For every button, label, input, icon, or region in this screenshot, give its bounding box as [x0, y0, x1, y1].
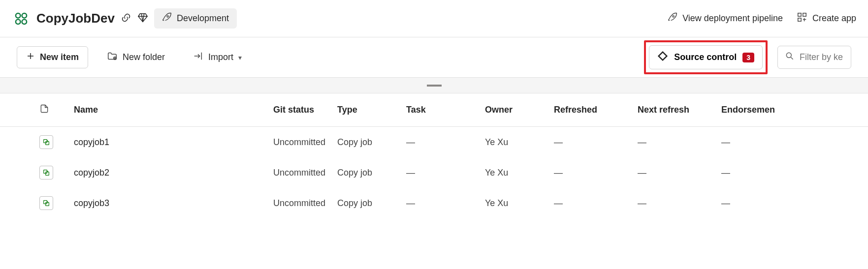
col-endorsement-header[interactable]: Endorsemen	[721, 105, 790, 115]
create-app-label: Create app	[812, 13, 856, 24]
source-control-badge: 3	[742, 53, 754, 62]
svg-rect-17	[46, 142, 49, 145]
app-grid-icon	[797, 12, 807, 25]
svg-rect-19	[46, 172, 49, 176]
copyjob-item-icon	[39, 166, 53, 179]
import-arrow-icon	[193, 51, 203, 64]
col-name-header[interactable]: Name	[74, 105, 273, 115]
item-type: Copy job	[337, 137, 406, 148]
workspace-header: CopyJobDev Development View deployment p…	[0, 0, 868, 37]
svg-rect-21	[46, 203, 49, 206]
grip-icon	[427, 85, 442, 87]
item-type: Copy job	[337, 198, 406, 209]
workspace-icon	[12, 9, 31, 28]
item-endorse: —	[721, 198, 790, 209]
svg-rect-14	[663, 56, 665, 56]
item-next: —	[638, 137, 721, 148]
source-control-label: Source control	[674, 52, 737, 62]
search-icon	[785, 51, 795, 63]
item-task: —	[406, 137, 485, 148]
item-name: copyjob1	[74, 137, 273, 148]
svg-point-2	[16, 19, 20, 24]
new-folder-label: New folder	[123, 52, 165, 62]
svg-point-4	[167, 16, 168, 17]
item-endorse: —	[721, 168, 790, 178]
svg-point-1	[22, 13, 27, 17]
col-git-header[interactable]: Git status	[273, 105, 337, 115]
svg-point-15	[786, 53, 791, 58]
col-type-header[interactable]: Type	[337, 105, 406, 115]
item-owner: Ye Xu	[485, 198, 554, 209]
stage-pill[interactable]: Development	[154, 8, 237, 29]
filter-input-wrap[interactable]	[777, 46, 851, 69]
svg-rect-20	[44, 201, 47, 204]
item-name: copyjob3	[74, 198, 273, 209]
import-label: Import	[208, 52, 233, 62]
git-icon	[657, 51, 668, 64]
new-item-button[interactable]: New item	[17, 46, 88, 68]
item-refreshed: —	[554, 198, 638, 209]
workspace-title: CopyJobDev	[36, 11, 115, 26]
svg-rect-6	[798, 13, 801, 16]
item-owner: Ye Xu	[485, 168, 554, 178]
rocket-icon	[668, 12, 677, 25]
item-name: copyjob2	[74, 168, 273, 178]
new-item-label: New item	[40, 52, 79, 62]
svg-point-5	[673, 16, 674, 17]
source-control-highlight: Source control 3	[644, 40, 768, 74]
svg-point-0	[16, 13, 20, 17]
svg-rect-7	[803, 13, 806, 16]
item-git: Uncommitted	[273, 168, 337, 178]
new-folder-button[interactable]: New folder	[98, 46, 174, 69]
col-refreshed-header[interactable]: Refreshed	[554, 105, 638, 115]
svg-rect-16	[44, 140, 47, 143]
col-owner-header[interactable]: Owner	[485, 105, 554, 115]
view-pipeline-label: View deployment pipeline	[682, 13, 783, 24]
filter-input[interactable]	[800, 52, 844, 62]
plus-icon	[26, 52, 35, 63]
toolbar: New item New folder Import ▾ Source cont…	[0, 37, 868, 78]
view-deployment-pipeline-button[interactable]: View deployment pipeline	[668, 12, 783, 25]
copyjob-item-icon	[39, 196, 53, 210]
rocket-icon	[162, 12, 172, 25]
create-app-button[interactable]: Create app	[797, 12, 856, 25]
item-git: Uncommitted	[273, 198, 337, 209]
table-row[interactable]: copyjob1 Uncommitted Copy job — Ye Xu — …	[0, 127, 868, 157]
table-header: Name Git status Type Task Owner Refreshe…	[0, 93, 868, 127]
resize-handle[interactable]	[0, 78, 868, 93]
item-type: Copy job	[337, 168, 406, 178]
import-button[interactable]: Import ▾	[184, 46, 251, 69]
stage-label: Development	[177, 13, 229, 24]
item-next: —	[638, 168, 721, 178]
item-refreshed: —	[554, 137, 638, 148]
item-git: Uncommitted	[273, 137, 337, 148]
item-next: —	[638, 198, 721, 209]
copyjob-item-icon	[39, 135, 53, 149]
file-icon	[39, 103, 49, 117]
table-row[interactable]: copyjob2 Uncommitted Copy job — Ye Xu — …	[0, 157, 868, 188]
item-task: —	[406, 198, 485, 209]
svg-point-3	[22, 19, 27, 24]
col-task-header[interactable]: Task	[406, 105, 485, 115]
table-row[interactable]: copyjob3 Uncommitted Copy job — Ye Xu — …	[0, 188, 868, 218]
item-task: —	[406, 168, 485, 178]
svg-rect-8	[798, 18, 801, 21]
diamond-icon[interactable]	[137, 12, 148, 25]
svg-rect-18	[44, 170, 47, 174]
col-next-refresh-header[interactable]: Next refresh	[638, 105, 721, 115]
item-refreshed: —	[554, 168, 638, 178]
folder-plus-icon	[107, 51, 118, 64]
source-control-button[interactable]: Source control 3	[649, 45, 763, 69]
chevron-down-icon: ▾	[238, 54, 242, 61]
item-owner: Ye Xu	[485, 137, 554, 148]
copy-link-icon[interactable]	[121, 12, 131, 25]
item-endorse: —	[721, 137, 790, 148]
